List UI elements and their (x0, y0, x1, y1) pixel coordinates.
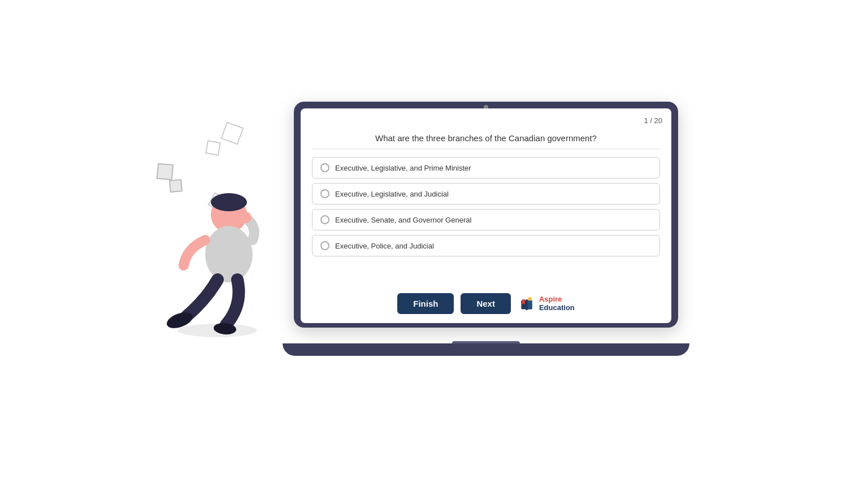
deco-sq-3 (157, 163, 173, 180)
aspire-book-icon (518, 295, 536, 313)
screen-content: 1 / 20 What are the three branches of th… (301, 108, 671, 323)
question-text: What are the three branches of the Canad… (312, 133, 660, 143)
laptop-screen: 1 / 20 What are the three branches of th… (294, 102, 678, 328)
bottom-bar: Finish Next (301, 293, 671, 314)
option-d[interactable]: Executive, Police, and Judicial (312, 235, 660, 256)
finish-button[interactable]: Finish (397, 293, 454, 314)
deco-sq-1 (220, 121, 244, 145)
svg-rect-9 (526, 299, 527, 310)
question-counter: 1 / 20 (644, 116, 662, 125)
option-b[interactable]: Executive, Legislative, and Judicial (312, 183, 660, 204)
svg-point-3 (240, 212, 251, 223)
options-list: Executive, Legislative, and Prime Minist… (312, 157, 660, 256)
next-button[interactable]: Next (461, 293, 511, 314)
radio-b (320, 189, 329, 198)
svg-point-2 (205, 226, 253, 282)
question-divider (312, 149, 660, 149)
aspire-name-top: Aspire (539, 295, 575, 304)
radio-d (320, 241, 329, 250)
laptop-base (283, 343, 689, 356)
person-illustration (113, 181, 316, 361)
option-a[interactable]: Executive, Legislative, and Prime Minist… (312, 157, 660, 178)
laptop-wrapper: 1 / 20 What are the three branches of th… (294, 102, 678, 356)
option-a-label: Executive, Legislative, and Prime Minist… (335, 164, 471, 172)
aspire-name-bottom: Education (539, 304, 575, 312)
option-d-label: Executive, Police, and Judicial (335, 242, 434, 250)
radio-c (320, 215, 329, 224)
aspire-text: Aspire Education (539, 295, 575, 312)
svg-point-6 (178, 324, 257, 337)
option-b-label: Executive, Legislative, and Judicial (335, 190, 449, 198)
option-c[interactable]: Executive, Senate, and Governor General (312, 209, 660, 230)
svg-point-1 (211, 193, 247, 211)
radio-a (320, 163, 329, 172)
aspire-logo: Aspire Education (518, 295, 575, 313)
deco-sq-2 (205, 140, 221, 156)
option-c-label: Executive, Senate, and Governor General (335, 216, 471, 224)
